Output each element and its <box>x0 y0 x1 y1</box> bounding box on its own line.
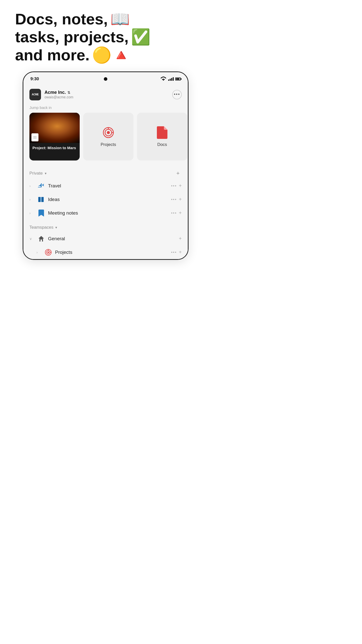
wifi-icon <box>160 76 167 82</box>
ideas-add-icon[interactable]: + <box>179 196 182 202</box>
ideas-more-icon[interactable]: ••• <box>171 197 177 202</box>
hero-line2: tasks, projects, <box>15 28 128 46</box>
general-chevron-icon: ∨ <box>29 237 34 241</box>
nav-item-travel-left: › Travel <box>29 182 61 190</box>
card-docs[interactable]: Docs <box>137 113 187 160</box>
travel-chevron-icon: › <box>29 184 34 188</box>
ts-projects-more-icon[interactable]: ••• <box>171 250 177 255</box>
card-mission-mars[interactable]: Project: Mission to Mars <box>29 113 80 160</box>
teamspaces-section: Teamspaces ▾ ∨ General + <box>23 220 188 259</box>
status-icons <box>160 76 181 82</box>
svg-point-2 <box>107 131 110 134</box>
nav-item-general[interactable]: ∨ General + <box>23 232 188 246</box>
workspace-info: Acme Inc. ⇅ owais@acme.com <box>44 90 73 99</box>
hero-line1: Docs, notes, <box>15 10 108 28</box>
workspace-logo: ACME <box>29 89 41 100</box>
teamspaces-header-left: Teamspaces ▾ <box>29 225 57 230</box>
meeting-add-icon[interactable]: + <box>179 210 182 216</box>
bookmark-icon <box>38 210 44 217</box>
nav-item-meeting[interactable]: › Meeting notes ••• + <box>23 206 188 220</box>
nav-item-general-left: ∨ General <box>29 235 65 243</box>
private-label: Private <box>29 171 43 176</box>
battery-icon <box>175 77 181 80</box>
home-icon <box>38 235 44 242</box>
hero-text: Docs, notes, 📖 tasks, projects, ✅ and mo… <box>15 10 196 64</box>
jump-back-label: Jump back in <box>23 104 188 113</box>
private-section: Private ▾ + › Travel <box>23 165 188 220</box>
travel-add-icon[interactable]: + <box>179 183 182 189</box>
emoji-book-icon: 📖 <box>110 10 130 28</box>
ts-projects-actions: ••• + <box>171 249 182 255</box>
ideas-icon <box>37 196 45 203</box>
travel-icon <box>37 182 45 190</box>
meeting-more-icon[interactable]: ••• <box>171 211 177 215</box>
workspace-logo-text: ACME <box>32 93 38 96</box>
nav-item-ideas[interactable]: › Ideas ••• + <box>23 193 188 206</box>
teamspaces-label: Teamspaces <box>29 225 53 230</box>
private-header-left: Private ▾ <box>29 171 47 176</box>
workspace-email: owais@acme.com <box>44 95 73 99</box>
ideas-actions: ••• + <box>171 196 182 202</box>
more-dots-icon: ••• <box>174 92 180 97</box>
app-content: ACME Acme Inc. ⇅ owais@acme.com ••• Jump… <box>23 84 188 259</box>
ts-projects-label: Projects <box>55 250 72 255</box>
meeting-label: Meeting notes <box>48 210 78 216</box>
general-add-icon[interactable]: + <box>179 236 182 242</box>
teamspaces-chevron-icon: ▾ <box>55 225 57 229</box>
card-projects[interactable]: Projects <box>83 113 133 160</box>
ideas-chevron-icon: › <box>29 197 34 202</box>
camera-dot <box>104 77 107 81</box>
svg-point-12 <box>48 252 49 253</box>
nav-item-ts-projects-left: › Projects <box>36 249 72 256</box>
card-mars-title: Project: Mission to Mars <box>29 143 80 153</box>
plane-icon <box>38 183 45 189</box>
workspace-more-button[interactable]: ••• <box>172 90 182 99</box>
travel-actions: ••• + <box>171 183 182 189</box>
ts-projects-add-icon[interactable]: + <box>179 249 182 255</box>
signal-icon <box>168 77 174 81</box>
books-icon <box>38 196 45 203</box>
ts-projects-icon <box>44 249 52 256</box>
svg-rect-8 <box>39 197 40 202</box>
travel-label: Travel <box>48 183 61 189</box>
emoji-check-icon: ✅ <box>131 28 150 46</box>
nav-item-travel[interactable]: › Travel ••• + <box>23 179 188 193</box>
ideas-label: Ideas <box>48 197 60 202</box>
private-add-button[interactable]: + <box>174 170 182 177</box>
card-file-icon <box>31 133 38 141</box>
workspace-left: ACME Acme Inc. ⇅ owais@acme.com <box>29 89 73 100</box>
docs-file-icon <box>157 126 167 139</box>
workspace-chevron-icon: ⇅ <box>67 91 70 95</box>
card-projects-icon <box>102 126 115 139</box>
hero-line3: and more. <box>15 46 89 64</box>
status-bar: 9:30 <box>23 72 188 84</box>
phone-frame: 9:30 ACME <box>23 71 189 260</box>
general-label: General <box>48 236 65 242</box>
meeting-chevron-icon: › <box>29 211 34 215</box>
workspace-header[interactable]: ACME Acme Inc. ⇅ owais@acme.com ••• <box>23 84 188 104</box>
private-section-header[interactable]: Private ▾ + <box>23 166 188 179</box>
file-lines <box>33 136 37 139</box>
nav-item-teamspaces-projects[interactable]: › Projects ••• + <box>23 246 188 259</box>
hero-section: Docs, notes, 📖 tasks, projects, ✅ and mo… <box>0 0 211 71</box>
general-actions: + <box>179 236 182 242</box>
meeting-icon <box>37 209 45 217</box>
emoji-shapes-icon: 🟡🔺 <box>92 46 131 64</box>
meeting-actions: ••• + <box>171 210 182 216</box>
target-icon <box>102 127 114 139</box>
workspace-name[interactable]: Acme Inc. ⇅ <box>44 90 73 95</box>
svg-rect-9 <box>42 197 43 202</box>
status-time: 9:30 <box>30 76 39 82</box>
jump-back-cards: Project: Mission to Mars Projects <box>23 113 188 165</box>
travel-more-icon[interactable]: ••• <box>171 184 177 188</box>
target-small-icon <box>45 249 52 256</box>
general-icon <box>37 235 45 243</box>
private-chevron-icon: ▾ <box>45 171 47 175</box>
nav-item-meeting-left: › Meeting notes <box>29 209 78 217</box>
card-docs-icon <box>156 126 169 139</box>
ts-projects-chevron-icon: › <box>36 250 41 254</box>
card-mars-image <box>29 113 80 143</box>
nav-item-ideas-left: › Ideas <box>29 196 60 203</box>
teamspaces-section-header[interactable]: Teamspaces ▾ <box>23 221 188 232</box>
card-projects-label: Projects <box>101 142 116 147</box>
